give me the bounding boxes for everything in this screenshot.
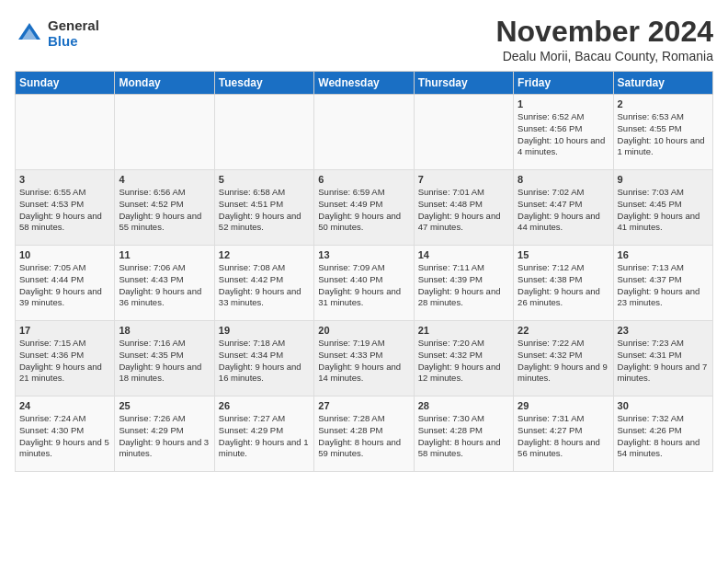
day-info: Sunrise: 7:08 AM Sunset: 4:42 PM Dayligh… [219, 262, 310, 309]
day-number: 4 [119, 174, 210, 185]
calendar-week-2: 3Sunrise: 6:55 AM Sunset: 4:53 PM Daylig… [16, 170, 713, 246]
day-info: Sunrise: 6:55 AM Sunset: 4:53 PM Dayligh… [19, 187, 110, 234]
header-sunday: Sunday [16, 72, 115, 95]
calendar-cell [115, 95, 214, 170]
day-info: Sunrise: 6:52 AM Sunset: 4:56 PM Dayligh… [518, 111, 609, 158]
day-number: 9 [618, 174, 709, 185]
calendar-cell: 21Sunrise: 7:20 AM Sunset: 4:32 PM Dayli… [414, 321, 513, 396]
day-number: 7 [418, 174, 509, 185]
day-info: Sunrise: 7:02 AM Sunset: 4:47 PM Dayligh… [518, 187, 609, 234]
day-number: 8 [518, 174, 609, 185]
day-number: 21 [418, 325, 509, 336]
day-number: 29 [518, 400, 609, 411]
day-info: Sunrise: 6:59 AM Sunset: 4:49 PM Dayligh… [318, 187, 409, 234]
day-info: Sunrise: 7:23 AM Sunset: 4:31 PM Dayligh… [618, 338, 709, 385]
page-header: General Blue November 2024 Dealu Morii, … [15, 15, 713, 63]
header-monday: Monday [115, 72, 214, 95]
day-info: Sunrise: 7:09 AM Sunset: 4:40 PM Dayligh… [318, 262, 409, 309]
logo-text: General Blue [48, 18, 99, 49]
calendar-cell: 17Sunrise: 7:15 AM Sunset: 4:36 PM Dayli… [16, 321, 115, 396]
header-saturday: Saturday [613, 72, 712, 95]
calendar-week-3: 10Sunrise: 7:05 AM Sunset: 4:44 PM Dayli… [16, 246, 713, 321]
day-info: Sunrise: 7:16 AM Sunset: 4:35 PM Dayligh… [119, 338, 210, 385]
calendar-cell: 5Sunrise: 6:58 AM Sunset: 4:51 PM Daylig… [214, 170, 313, 246]
day-info: Sunrise: 7:19 AM Sunset: 4:33 PM Dayligh… [318, 338, 409, 385]
day-info: Sunrise: 7:31 AM Sunset: 4:27 PM Dayligh… [518, 413, 609, 460]
calendar-cell: 9Sunrise: 7:03 AM Sunset: 4:45 PM Daylig… [613, 170, 712, 246]
day-number: 5 [219, 174, 310, 185]
day-number: 27 [318, 400, 409, 411]
day-info: Sunrise: 7:12 AM Sunset: 4:38 PM Dayligh… [518, 262, 609, 309]
day-info: Sunrise: 7:24 AM Sunset: 4:30 PM Dayligh… [19, 413, 110, 460]
calendar-cell: 24Sunrise: 7:24 AM Sunset: 4:30 PM Dayli… [16, 396, 115, 472]
day-number: 28 [418, 400, 509, 411]
day-number: 30 [618, 400, 709, 411]
logo: General Blue [15, 18, 99, 49]
calendar-cell: 28Sunrise: 7:30 AM Sunset: 4:28 PM Dayli… [414, 396, 513, 472]
day-info: Sunrise: 7:15 AM Sunset: 4:36 PM Dayligh… [19, 338, 110, 385]
header-friday: Friday [514, 72, 613, 95]
calendar-cell [314, 95, 414, 170]
calendar-cell: 10Sunrise: 7:05 AM Sunset: 4:44 PM Dayli… [16, 246, 115, 321]
day-info: Sunrise: 7:11 AM Sunset: 4:39 PM Dayligh… [418, 262, 509, 309]
calendar-week-5: 24Sunrise: 7:24 AM Sunset: 4:30 PM Dayli… [16, 396, 713, 472]
calendar-cell: 25Sunrise: 7:26 AM Sunset: 4:29 PM Dayli… [115, 396, 214, 472]
location: Dealu Morii, Bacau County, Romania [495, 49, 713, 63]
logo-general: General [48, 18, 99, 34]
calendar-cell: 1Sunrise: 6:52 AM Sunset: 4:56 PM Daylig… [514, 95, 613, 170]
calendar-cell [414, 95, 513, 170]
calendar-cell: 26Sunrise: 7:27 AM Sunset: 4:29 PM Dayli… [214, 396, 313, 472]
day-number: 2 [618, 98, 709, 109]
day-number: 17 [19, 325, 110, 336]
calendar-cell: 3Sunrise: 6:55 AM Sunset: 4:53 PM Daylig… [16, 170, 115, 246]
day-number: 10 [19, 249, 110, 260]
day-number: 18 [119, 325, 210, 336]
day-number: 1 [518, 98, 609, 109]
day-number: 25 [119, 400, 210, 411]
day-info: Sunrise: 7:22 AM Sunset: 4:32 PM Dayligh… [518, 338, 609, 385]
calendar-cell: 30Sunrise: 7:32 AM Sunset: 4:26 PM Dayli… [613, 396, 712, 472]
calendar-cell [16, 95, 115, 170]
day-info: Sunrise: 7:20 AM Sunset: 4:32 PM Dayligh… [418, 338, 509, 385]
calendar-cell: 27Sunrise: 7:28 AM Sunset: 4:28 PM Dayli… [314, 396, 414, 472]
calendar-cell: 23Sunrise: 7:23 AM Sunset: 4:31 PM Dayli… [613, 321, 712, 396]
calendar-cell: 18Sunrise: 7:16 AM Sunset: 4:35 PM Dayli… [115, 321, 214, 396]
calendar-cell: 8Sunrise: 7:02 AM Sunset: 4:47 PM Daylig… [514, 170, 613, 246]
calendar-cell [214, 95, 313, 170]
logo-icon [15, 19, 44, 49]
day-number: 19 [219, 325, 310, 336]
day-info: Sunrise: 7:28 AM Sunset: 4:28 PM Dayligh… [318, 413, 409, 460]
day-number: 13 [318, 249, 409, 260]
day-number: 23 [618, 325, 709, 336]
day-info: Sunrise: 7:32 AM Sunset: 4:26 PM Dayligh… [618, 413, 709, 460]
calendar-week-1: 1Sunrise: 6:52 AM Sunset: 4:56 PM Daylig… [16, 95, 713, 170]
day-number: 3 [19, 174, 110, 185]
day-info: Sunrise: 7:01 AM Sunset: 4:48 PM Dayligh… [418, 187, 509, 234]
calendar-cell: 13Sunrise: 7:09 AM Sunset: 4:40 PM Dayli… [314, 246, 414, 321]
day-number: 16 [618, 249, 709, 260]
header-thursday: Thursday [414, 72, 513, 95]
day-number: 6 [318, 174, 409, 185]
day-number: 26 [219, 400, 310, 411]
title-area: November 2024 Dealu Morii, Bacau County,… [495, 15, 713, 63]
day-number: 12 [219, 249, 310, 260]
day-number: 11 [119, 249, 210, 260]
day-info: Sunrise: 7:27 AM Sunset: 4:29 PM Dayligh… [219, 413, 310, 460]
day-number: 14 [418, 249, 509, 260]
day-info: Sunrise: 7:06 AM Sunset: 4:43 PM Dayligh… [119, 262, 210, 309]
calendar-cell: 12Sunrise: 7:08 AM Sunset: 4:42 PM Dayli… [214, 246, 313, 321]
calendar-cell: 14Sunrise: 7:11 AM Sunset: 4:39 PM Dayli… [414, 246, 513, 321]
calendar-cell: 11Sunrise: 7:06 AM Sunset: 4:43 PM Dayli… [115, 246, 214, 321]
calendar-cell: 19Sunrise: 7:18 AM Sunset: 4:34 PM Dayli… [214, 321, 313, 396]
logo-blue: Blue [48, 34, 99, 50]
day-info: Sunrise: 6:53 AM Sunset: 4:55 PM Dayligh… [618, 111, 709, 158]
calendar-week-4: 17Sunrise: 7:15 AM Sunset: 4:36 PM Dayli… [16, 321, 713, 396]
month-title: November 2024 [495, 15, 713, 49]
day-number: 22 [518, 325, 609, 336]
calendar-table: SundayMondayTuesdayWednesdayThursdayFrid… [15, 71, 713, 472]
day-number: 20 [318, 325, 409, 336]
calendar-cell: 29Sunrise: 7:31 AM Sunset: 4:27 PM Dayli… [514, 396, 613, 472]
calendar-cell: 7Sunrise: 7:01 AM Sunset: 4:48 PM Daylig… [414, 170, 513, 246]
calendar-cell: 15Sunrise: 7:12 AM Sunset: 4:38 PM Dayli… [514, 246, 613, 321]
calendar-header-row: SundayMondayTuesdayWednesdayThursdayFrid… [16, 72, 713, 95]
